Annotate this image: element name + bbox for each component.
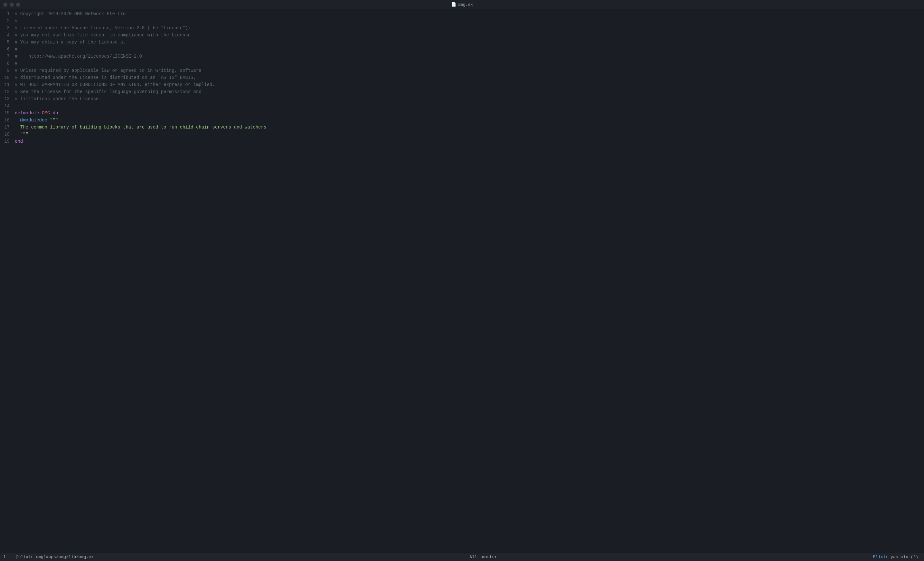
code-line: # — [15, 46, 924, 53]
code-line: # http://www.apache.org/licenses/LICENSE… — [15, 53, 924, 60]
code-line: # limitations under the License. — [15, 95, 924, 102]
line-number: 7 — [4, 53, 10, 60]
title-bar: 📄 omg.ex — [0, 0, 924, 9]
line-number: 4 — [4, 32, 10, 39]
token-keyword: defmodule — [15, 111, 39, 116]
line-number: 16 — [4, 117, 10, 124]
token-comment: # distributed under the License is distr… — [15, 75, 196, 80]
code-line: # See the License for the specific langu… — [15, 88, 924, 95]
status-language: Elixir yas mix (*) — [873, 555, 918, 560]
code-line: # Copyright 2019-2020 OMG Network Pte Lt… — [15, 10, 924, 17]
line-number: 1 — [4, 10, 10, 17]
code-lines[interactable]: # Copyright 2019-2020 OMG Network Pte Lt… — [14, 10, 924, 145]
code-line: # You may obtain a copy of the License a… — [15, 39, 924, 46]
token-comment: # WITHOUT WARRANTIES OR CONDITIONS OF AN… — [15, 82, 215, 87]
code-line: # Unless required by applicable law or a… — [15, 67, 924, 74]
window-controls — [3, 3, 20, 7]
code-line: # WITHOUT WARRANTIES OR CONDITIONS OF AN… — [15, 81, 924, 88]
line-number: 8 — [4, 60, 10, 67]
code-line: end — [15, 138, 924, 145]
code-line — [15, 102, 924, 110]
line-number: 17 — [4, 124, 10, 131]
line-number: 13 — [4, 95, 10, 102]
token-doc-string: """ — [15, 132, 28, 137]
token-comment: # You may obtain a copy of the License a… — [15, 40, 126, 45]
code-line: # you may not use this file except in co… — [15, 32, 924, 39]
code-line: # — [15, 17, 924, 24]
token-doc-string: The common library of building blocks th… — [15, 124, 266, 130]
code-line: defmodule OMG do — [15, 110, 924, 117]
code-line: # Licensed under the Apache License, Ver… — [15, 24, 924, 32]
token-comment: # — [15, 47, 17, 52]
code-line: # — [15, 60, 924, 67]
maximize-button[interactable] — [16, 3, 20, 7]
line-number: 18 — [4, 131, 10, 138]
code-line: The common library of building blocks th… — [15, 124, 924, 131]
editor[interactable]: 12345678910111213141516171819 # Copyrigh… — [0, 9, 924, 553]
token-comment: # — [15, 18, 17, 24]
filename: omg.ex — [458, 2, 473, 7]
code-container: 12345678910111213141516171819 # Copyrigh… — [0, 10, 924, 145]
token-keyword-do: do — [53, 111, 58, 116]
status-file-info: 1 – -[elixir-omg]apps/omg/lib/omg.ex — [3, 555, 94, 560]
token-comment: # — [15, 61, 17, 66]
token-comment: # http://www.apache.org/licenses/LICENSE… — [15, 54, 142, 59]
token-doc-string: """ — [50, 117, 58, 123]
code-line: @moduledoc """ — [15, 117, 924, 124]
line-number: 6 — [4, 46, 10, 53]
window-title: 📄 omg.ex — [451, 2, 473, 7]
line-number: 19 — [4, 138, 10, 145]
line-number: 15 — [4, 110, 10, 117]
minimize-button[interactable] — [10, 3, 14, 7]
token-keyword: end — [15, 139, 23, 144]
status-mode: yas mix (*) — [891, 555, 918, 560]
file-icon: 📄 — [451, 2, 456, 7]
status-language-name: Elixir — [873, 555, 888, 560]
line-number: 11 — [4, 81, 10, 88]
line-number: 14 — [4, 102, 10, 110]
line-number: 12 — [4, 88, 10, 95]
token-decorator: @moduledoc — [15, 117, 50, 123]
line-number: 9 — [4, 67, 10, 74]
line-number: 5 — [4, 39, 10, 46]
token-comment: # you may not use this file except in co… — [15, 33, 194, 38]
line-number: 3 — [4, 24, 10, 32]
line-number: 2 — [4, 17, 10, 24]
line-number: 10 — [4, 74, 10, 81]
token-comment: # limitations under the License. — [15, 96, 101, 102]
status-position: All -master — [470, 555, 497, 560]
token-comment: # Copyright 2019-2020 OMG Network Pte Lt… — [15, 11, 126, 16]
line-numbers: 12345678910111213141516171819 — [0, 10, 14, 145]
token-comment: # See the License for the specific langu… — [15, 89, 201, 94]
token-comment: # Licensed under the Apache License, Ver… — [15, 26, 190, 31]
close-button[interactable] — [3, 3, 8, 7]
token-module-name: OMG — [39, 111, 53, 116]
token-comment: # Unless required by applicable law or a… — [15, 68, 201, 73]
code-line: """ — [15, 131, 924, 138]
status-bar: 1 – -[elixir-omg]apps/omg/lib/omg.ex All… — [0, 553, 924, 561]
code-line: # distributed under the License is distr… — [15, 74, 924, 81]
